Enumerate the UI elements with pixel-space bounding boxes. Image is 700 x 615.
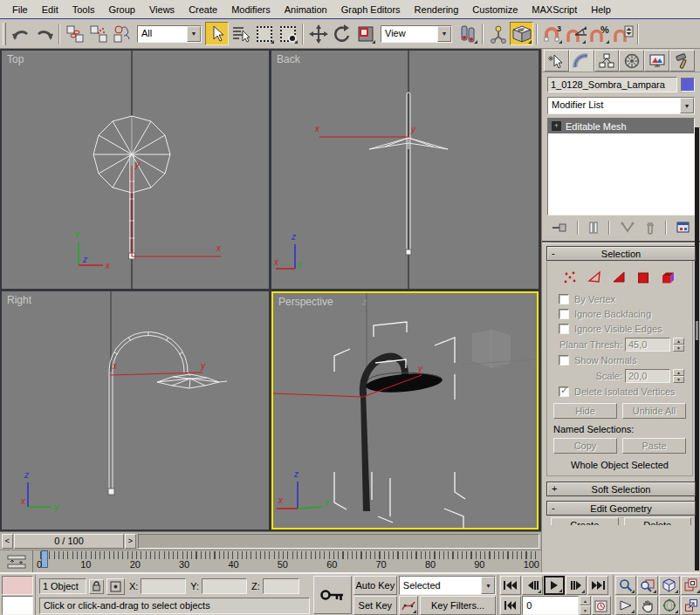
z-coord-field[interactable] [263, 578, 299, 594]
element-subobject-button[interactable] [661, 270, 676, 284]
snap-toggle-3d-button[interactable]: 3 [540, 22, 564, 45]
y-coord-field[interactable] [202, 578, 247, 594]
tab-motion[interactable] [619, 50, 644, 72]
normals-scale-spinner[interactable]: ▲▼ [673, 369, 684, 383]
track-bar-ruler[interactable]: 0 10 20 30 40 50 60 70 80 90 100 [33, 550, 541, 572]
viewport-right[interactable]: x y z x y Right [2, 291, 269, 530]
min-max-toggle-button[interactable] [681, 596, 700, 615]
show-normals-checkbox[interactable] [559, 355, 569, 366]
select-and-scale-button[interactable] [353, 22, 377, 45]
key-mode-combo[interactable]: Selected ▼ [399, 576, 497, 595]
spinner-up-icon[interactable]: ▲ [673, 338, 684, 345]
ignore-backfacing-checkbox[interactable] [559, 309, 569, 319]
absolute-offset-toggle[interactable] [106, 578, 125, 595]
menu-file[interactable]: File [5, 2, 35, 17]
time-slider-handle[interactable]: 0 / 100 [14, 534, 124, 549]
rectangular-selection-region-button[interactable] [252, 22, 276, 45]
select-and-link-button[interactable] [63, 22, 86, 45]
ignore-visible-edges-checkbox[interactable] [559, 324, 569, 334]
normals-scale-field[interactable]: 20,0 [625, 369, 670, 383]
field-of-view-button[interactable] [615, 596, 636, 615]
tab-modify[interactable] [569, 50, 594, 72]
menu-maxscript[interactable]: MAXScript [525, 2, 584, 17]
angle-snap-toggle-button[interactable] [564, 22, 587, 45]
use-pivot-point-center-button[interactable] [456, 22, 479, 45]
spinner-up-icon[interactable]: ▲ [673, 369, 684, 376]
tab-create[interactable] [544, 50, 569, 72]
make-unique-icon[interactable] [620, 221, 635, 235]
tab-hierarchy[interactable] [594, 50, 620, 72]
object-name-field[interactable]: 1_0128_Sombra_Lampara [547, 77, 677, 92]
soft-selection-rollout-header[interactable]: + Soft Selection [546, 482, 696, 496]
default-in-out-tangents-button[interactable] [399, 596, 418, 615]
menu-views[interactable]: Views [142, 2, 182, 17]
arc-rotate-button[interactable] [659, 596, 680, 615]
time-configuration-button[interactable] [592, 596, 611, 615]
next-frame-button[interactable]: > [125, 534, 136, 549]
viewport-top[interactable]: x y y x z Top [2, 51, 269, 289]
planar-thresh-field[interactable]: 45,0 [625, 338, 670, 352]
scrollbar-thumb[interactable] [696, 321, 698, 340]
undo-button[interactable] [9, 22, 32, 45]
previous-frame-step-button[interactable] [522, 576, 543, 595]
combo-arrow-icon[interactable]: ▼ [481, 577, 495, 594]
select-and-rotate-button[interactable] [330, 22, 353, 45]
menu-create[interactable]: Create [182, 2, 224, 17]
polygon-subobject-button[interactable] [636, 270, 651, 284]
select-and-manipulate-button[interactable] [486, 22, 510, 45]
face-subobject-button[interactable] [612, 270, 627, 284]
select-object-button[interactable] [205, 22, 229, 45]
x-coord-field[interactable] [141, 578, 186, 594]
configure-modifier-sets-icon[interactable] [676, 221, 691, 235]
mini-listener-macro-line[interactable] [2, 576, 33, 595]
selection-filter-combo[interactable]: All ▼ [137, 25, 202, 43]
spinner-down-icon[interactable]: ▼ [673, 376, 684, 383]
frame-spinner[interactable]: ▲▼ [580, 596, 591, 615]
set-keys-button[interactable] [313, 576, 352, 614]
redo-button[interactable] [32, 22, 56, 45]
menu-modifiers[interactable]: Modifiers [224, 2, 278, 17]
mini-curve-editor-button[interactable] [0, 550, 33, 572]
spinner-up-icon[interactable]: ▲ [580, 596, 591, 605]
toolbar-grip[interactable] [3, 23, 6, 45]
pin-stack-icon[interactable] [551, 221, 568, 235]
play-animation-button[interactable] [544, 576, 565, 595]
key-filters-button[interactable]: Key Filters... [420, 596, 497, 615]
tab-display[interactable] [644, 50, 669, 72]
pan-view-button[interactable] [637, 596, 658, 615]
delete-button[interactable]: Delete [624, 517, 692, 525]
menu-customize[interactable]: Customize [465, 2, 525, 17]
menu-help[interactable]: Help [584, 2, 618, 17]
combo-arrow-icon[interactable]: ▼ [680, 98, 694, 113]
tab-utilities[interactable] [669, 50, 695, 72]
vertex-subobject-button[interactable] [563, 270, 578, 284]
spinner-down-icon[interactable]: ▼ [673, 345, 684, 352]
previous-frame-button[interactable]: < [2, 534, 13, 549]
expand-icon[interactable]: + [552, 483, 557, 494]
viewport-perspective[interactable]: z [271, 291, 539, 530]
zoom-extents-all-button[interactable] [681, 576, 700, 595]
selection-lock-toggle[interactable] [89, 579, 104, 594]
time-slider-track[interactable] [138, 534, 539, 549]
reference-coord-combo[interactable]: View ▼ [381, 25, 452, 43]
key-mode-toggle-button[interactable] [500, 596, 521, 615]
selection-rollout-header[interactable]: - Selection [546, 246, 696, 261]
menu-group[interactable]: Group [101, 2, 142, 17]
menu-tools[interactable]: Tools [65, 2, 102, 17]
menu-graph-editors[interactable]: Graph Editors [334, 2, 408, 17]
show-end-result-icon[interactable] [587, 221, 600, 235]
spinner-down-icon[interactable]: ▼ [580, 605, 591, 615]
unlink-selection-button[interactable] [86, 22, 110, 45]
select-by-name-button[interactable] [229, 22, 252, 45]
snaps-toggle-button[interactable] [510, 22, 533, 45]
remove-modifier-icon[interactable] [644, 221, 656, 235]
by-vertex-checkbox[interactable] [559, 294, 569, 304]
subobject-expand-icon[interactable]: + [552, 121, 561, 131]
select-and-move-button[interactable] [306, 22, 330, 45]
combo-arrow-icon[interactable]: ▼ [187, 26, 201, 42]
create-button[interactable]: Create [551, 517, 619, 525]
menu-rendering[interactable]: Rendering [408, 2, 466, 17]
go-to-end-button[interactable] [587, 576, 608, 595]
zoom-button[interactable] [615, 576, 636, 595]
menu-edit[interactable]: Edit [35, 2, 65, 17]
